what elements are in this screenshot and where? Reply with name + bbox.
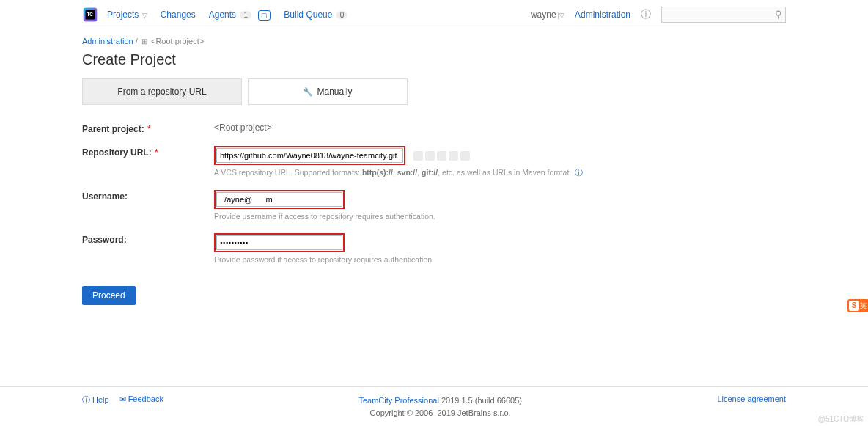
- username-hint: Provide username if access to repository…: [214, 211, 786, 222]
- nav-changes[interactable]: Changes: [161, 10, 196, 20]
- tab-from-repo-url[interactable]: From a repository URL: [82, 78, 242, 105]
- svg-text:TC: TC: [87, 11, 93, 16]
- side-badge[interactable]: S英: [847, 299, 868, 305]
- url-highlight-box: [214, 146, 405, 165]
- search-input[interactable]: ⚲: [661, 7, 786, 23]
- proceed-button[interactable]: Proceed: [82, 286, 136, 305]
- row-password: Password: Provide password if access to …: [82, 233, 786, 265]
- vcs-icon-4: [449, 151, 458, 161]
- row-repository-url: Repository URL: * A VCS repository URL. …: [82, 146, 786, 178]
- url-help-icon[interactable]: ⓘ: [575, 168, 583, 177]
- agents-count-badge: 1: [240, 11, 251, 19]
- row-username: Username: Provide username if access to …: [82, 190, 786, 222]
- vcs-icon-3: [437, 151, 446, 161]
- breadcrumb-root: <Root project>: [151, 37, 204, 45]
- vcs-icons: [413, 151, 470, 161]
- password-input[interactable]: [216, 235, 342, 250]
- breadcrumb: Administration / ⊞ <Root project>: [82, 29, 786, 48]
- header: TC Projects|▽ Changes Agents 1 ▢ Build Q…: [82, 0, 786, 29]
- username-highlight-box: [214, 190, 345, 209]
- pin-icon[interactable]: ▢: [258, 10, 271, 21]
- username-input[interactable]: [216, 192, 342, 207]
- vcs-icon-1: [413, 151, 423, 161]
- parent-project-value[interactable]: <Root project>: [214, 122, 272, 133]
- build-queue-count-badge: 0: [336, 11, 348, 19]
- main-nav: Projects|▽ Changes Agents 1 ▢ Build Queu…: [107, 10, 347, 20]
- password-highlight-box: [214, 233, 345, 252]
- nav-projects[interactable]: Projects|▽: [107, 10, 147, 20]
- tab-manually[interactable]: 🔧 Manually: [248, 78, 408, 105]
- breadcrumb-admin[interactable]: Administration: [82, 37, 133, 45]
- nav-administration[interactable]: Administration: [575, 10, 630, 20]
- search-icon: ⚲: [775, 9, 782, 20]
- url-hint: A VCS repository URL. Supported formats:…: [214, 167, 786, 178]
- wrench-icon: 🔧: [303, 87, 313, 97]
- repository-url-input[interactable]: [216, 148, 403, 163]
- vcs-icon-5: [460, 151, 470, 161]
- create-mode-tabs: From a repository URL 🔧 Manually: [82, 78, 786, 105]
- user-menu[interactable]: wayne|▽: [531, 10, 564, 20]
- row-parent-project: Parent project: * <Root project>: [82, 122, 786, 134]
- page-title: Create Project: [82, 51, 786, 68]
- grid-icon: ⊞: [141, 37, 147, 45]
- nav-agents[interactable]: Agents: [209, 10, 236, 20]
- help-icon[interactable]: ⓘ: [641, 8, 651, 21]
- password-hint: Provide password if access to repository…: [214, 254, 786, 265]
- vcs-icon-2: [425, 151, 435, 161]
- header-right: wayne|▽ Administration ⓘ ⚲: [531, 7, 786, 23]
- nav-build-queue[interactable]: Build Queue: [284, 10, 332, 20]
- teamcity-logo: TC: [82, 7, 98, 23]
